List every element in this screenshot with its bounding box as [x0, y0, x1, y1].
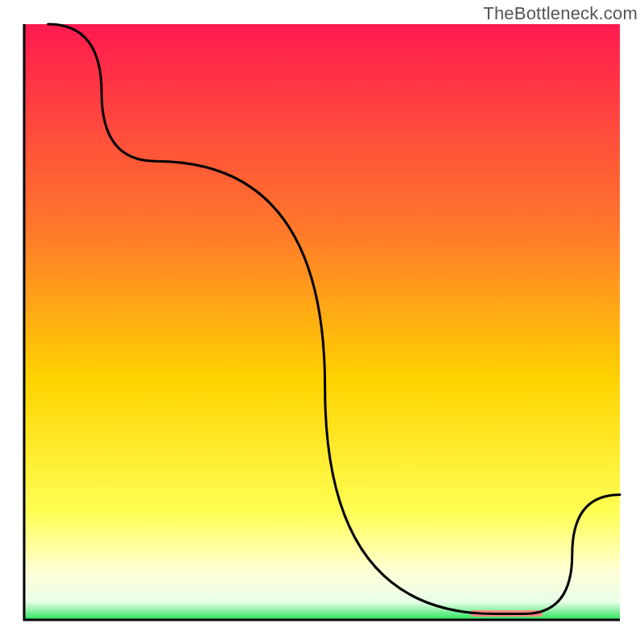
- watermark-label: TheBottleneck.com: [483, 3, 638, 24]
- bottleneck-chart: [0, 0, 644, 644]
- chart-container: TheBottleneck.com: [0, 0, 644, 644]
